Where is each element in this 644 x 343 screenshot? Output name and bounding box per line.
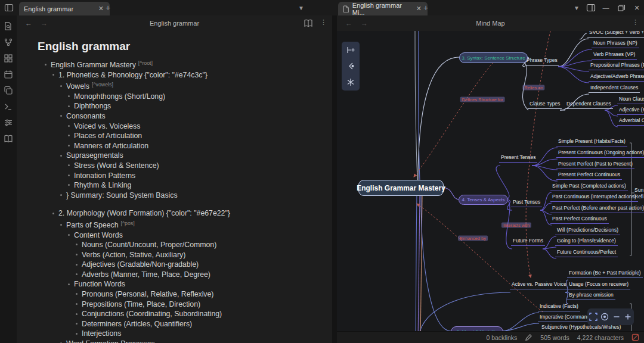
- tab-list-chevron-icon[interactable]: ▼: [298, 5, 304, 11]
- reading-view-icon[interactable]: [304, 18, 313, 28]
- map-node-present-continuous[interactable]: Present Continuous (Ongoing actions): [556, 149, 644, 158]
- sync-error-icon[interactable]: [631, 333, 639, 341]
- new-tab-button[interactable]: +: [423, 4, 428, 12]
- editor-pane[interactable]: English grammar English Grammar Mastery[…: [17, 31, 332, 343]
- map-node-present-tenses[interactable]: Present Tenses: [499, 154, 537, 163]
- map-node-past-tenses[interactable]: Past Tenses: [511, 199, 542, 207]
- outline-item[interactable]: Function Words: [38, 279, 332, 289]
- outline-item[interactable]: Adverbs (Manner, Time, Place, Degree): [38, 270, 332, 280]
- outline-item[interactable]: Suprasegmentals: [38, 151, 332, 161]
- outline-item[interactable]: Manners of Articulation: [38, 141, 332, 151]
- map-node-present-perfect-continuous[interactable]: Present Perfect Continuous: [556, 172, 622, 180]
- back-icon[interactable]: ←: [25, 19, 32, 27]
- outline-item[interactable]: Determiners (Articles, Quantifiers): [38, 319, 332, 329]
- map-node-tenses[interactable]: 4. Tenses & Aspects: [459, 195, 508, 205]
- character-count[interactable]: 4,222 characters: [577, 334, 624, 341]
- backlinks-count[interactable]: 0 backlinks: [486, 334, 517, 341]
- outline-item[interactable]: Consonants: [38, 111, 332, 121]
- map-node-simple-past[interactable]: Simple Past (Completed actions): [550, 183, 628, 191]
- sliders-icon[interactable]: [4, 118, 13, 127]
- tab-close-icon[interactable]: ✕: [415, 5, 423, 13]
- map-node-indicative[interactable]: Indicative (Facts): [538, 303, 580, 311]
- fit-view-icon[interactable]: [589, 313, 597, 321]
- outline-item[interactable]: Stress (Word & Sentence): [38, 161, 332, 171]
- outline-item[interactable]: Vowels[^vowels]: [38, 80, 332, 92]
- file-search-icon[interactable]: [4, 21, 13, 31]
- map-node-adjective-adverb-phrases[interactable]: Adjective/Adverb Phrases: [589, 73, 644, 82]
- tab-english-grammar[interactable]: English grammar ✕: [19, 2, 110, 15]
- toggle-left-sidebar-icon[interactable]: [4, 3, 14, 13]
- note-title[interactable]: English grammar: [38, 40, 332, 53]
- map-node-present-perfect[interactable]: Present Perfect (Past to Present): [556, 161, 634, 169]
- back-icon[interactable]: ←: [345, 19, 352, 27]
- tab-close-icon[interactable]: ✕: [97, 5, 105, 13]
- outline-item[interactable]: 2. Morphology (Word Formation) {"color":…: [38, 208, 332, 219]
- outline-item[interactable]: Verbs (Action, Stative, Auxiliary): [38, 250, 332, 260]
- minimize-button[interactable]: —: [601, 3, 611, 13]
- close-window-button[interactable]: ✕: [632, 3, 642, 13]
- map-node-prepositional-phrases[interactable]: Prepositional Phrases (PP): [589, 62, 644, 70]
- outline-item[interactable]: Conjunctions (Coordinating, Subordinatin…: [38, 309, 332, 319]
- map-node-past-perfect-continuous[interactable]: Past Perfect Continuous: [550, 216, 609, 224]
- grid-icon[interactable]: [4, 54, 13, 63]
- map-node-past-continuous[interactable]: Past Continuous (Interrupted actions): [550, 194, 638, 202]
- map-node-active-passive[interactable]: Active vs. Passive Voice: [510, 281, 568, 289]
- more-options-icon[interactable]: ⋮: [320, 18, 325, 28]
- outline-item[interactable]: Voiced vs. Voiceless: [38, 121, 332, 132]
- map-node-independent-clauses[interactable]: Independent Clauses: [589, 85, 640, 93]
- map-node-noun-clauses[interactable]: Noun Clauses: [617, 96, 644, 104]
- word-count[interactable]: 505 words: [540, 334, 569, 341]
- edit-icon[interactable]: [525, 333, 532, 341]
- map-node-adverbial-clauses[interactable]: Adverbial Cla: [617, 117, 644, 126]
- more-options-icon[interactable]: ⋮: [632, 18, 637, 28]
- map-node-will[interactable]: Will (Predictions/Decisions): [555, 227, 620, 235]
- map-node-future-forms[interactable]: Future Forms: [511, 238, 545, 246]
- toggle-right-sidebar-icon[interactable]: [586, 3, 596, 13]
- collapse-node-icon[interactable]: [346, 61, 355, 71]
- mind-map-pane[interactable]: English Grammar Mastery3. Syntax: Senten…: [337, 31, 644, 343]
- outline-item[interactable]: } Summary: Sound System Basics: [38, 191, 332, 201]
- outline-item[interactable]: Rhythm & Linking: [38, 180, 332, 191]
- relayout-icon[interactable]: [346, 77, 355, 87]
- outline-item[interactable]: Word Formation Processes: [38, 339, 332, 343]
- map-node-simple-present[interactable]: Simple Present (Habits/Facts): [556, 138, 627, 146]
- terminal-icon[interactable]: [4, 102, 13, 111]
- map-node-by-phrase[interactable]: By-phrase omission: [567, 292, 615, 300]
- map-node-dependent-clauses[interactable]: Dependent Clauses: [565, 101, 613, 109]
- forward-icon[interactable]: →: [361, 19, 368, 27]
- map-node-root[interactable]: English Grammar Mastery: [358, 180, 444, 196]
- tab-list-chevron-icon[interactable]: ▼: [574, 5, 580, 11]
- map-node-usage[interactable]: Usage (Focus on receiver): [567, 281, 630, 289]
- center-view-icon[interactable]: [600, 313, 609, 321]
- git-fork-icon[interactable]: [4, 38, 13, 47]
- map-node-phrase-types[interactable]: Phrase Types: [525, 57, 559, 66]
- pane-divider[interactable]: [332, 15, 337, 343]
- book-icon[interactable]: [4, 134, 13, 144]
- outline-item[interactable]: Interjections: [38, 329, 332, 339]
- map-node-future-continuous-perfect[interactable]: Future Continuous/Perfect: [555, 249, 618, 257]
- map-node-going-to[interactable]: Going to (Plans/Evidence): [555, 238, 618, 246]
- outline-item[interactable]: Adjectives (Gradable/Non-gradable): [38, 260, 332, 270]
- map-node-syntax[interactable]: 3. Syntax: Sentence Structure: [459, 52, 528, 63]
- restore-button[interactable]: [617, 3, 626, 13]
- outline-item[interactable]: Diphthongs: [38, 101, 332, 111]
- outline-item[interactable]: Content Words: [38, 230, 332, 241]
- map-node-adjective-relative[interactable]: Adjective (Rel: [617, 107, 644, 115]
- map-node-svoc[interactable]: SVOC (Subject + Verb + Obj + C: [587, 31, 644, 38]
- outline-item[interactable]: Monophthongs (Short/Long): [38, 92, 332, 102]
- outline-item[interactable]: English Grammar Mastery[^root]: [38, 58, 332, 70]
- map-node-noun-phrases[interactable]: Noun Phrases (NP): [592, 40, 639, 48]
- outline-item[interactable]: Places of Articulation: [38, 131, 332, 141]
- outline-item[interactable]: Prepositions (Time, Place, Direction): [38, 300, 332, 310]
- tab-mind-map[interactable]: English grammar Mi... ✕: [338, 2, 428, 15]
- forward-icon[interactable]: →: [41, 19, 48, 27]
- zoom-in-icon[interactable]: [624, 313, 632, 321]
- copy-icon[interactable]: [4, 86, 13, 95]
- map-node-verb-phrases[interactable]: Verb Phrases (VP): [592, 51, 637, 60]
- expand-node-icon[interactable]: [346, 45, 355, 55]
- outline-item[interactable]: Nouns (Count/Uncount, Proper/Common): [38, 240, 332, 250]
- outline-item[interactable]: Pronouns (Personal, Relative, Reflexive): [38, 289, 332, 300]
- map-node-past-perfect[interactable]: Past Perfect (Before another past action…: [550, 205, 644, 213]
- outline-item[interactable]: Intonation Patterns: [38, 171, 332, 181]
- map-node-formation[interactable]: Formation (Be + Past Participle): [567, 270, 643, 278]
